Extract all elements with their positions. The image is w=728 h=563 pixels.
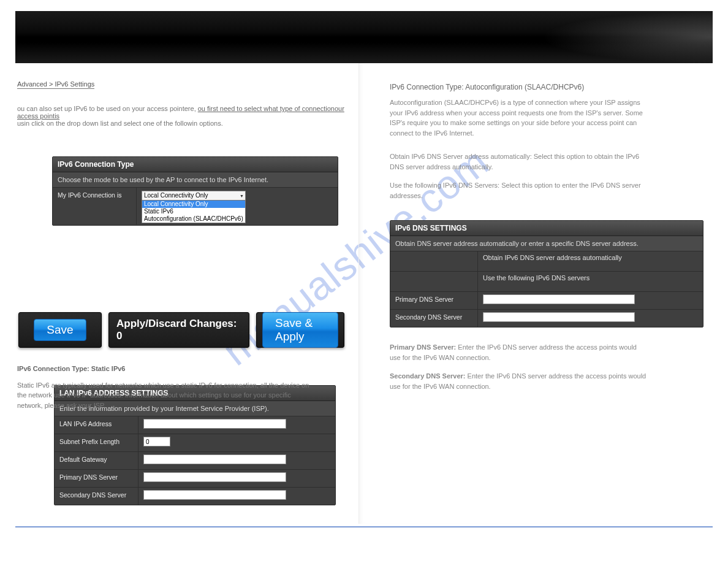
conn-type-dropdown[interactable]: Local Connectivity Only Static IPv6 Auto… (142, 200, 246, 223)
dns-radio-auto-cell[interactable] (390, 251, 478, 271)
default-gateway-label: Default Gateway (55, 452, 138, 469)
lan-ipv6-address-input[interactable] (143, 419, 286, 429)
subnet-prefix-input[interactable] (143, 437, 170, 446)
primary-dns-input[interactable] (143, 472, 286, 482)
use-following-desc: Use the following IPv6 DNS Servers: Sele… (390, 180, 647, 201)
primary-dns-desc: Primary DNS Server: Enter the IPv6 DNS s… (390, 342, 647, 362)
static-ipv6-description: IPv6 Connection Type: Static IPv6 Static… (17, 364, 311, 410)
autoconfig-desc: Autoconfiguration (SLAAC/DHCPv6) is a ty… (390, 98, 647, 138)
primary-dns-label: Primary DNS Server (55, 470, 138, 487)
panel-subtext: Obtain DNS server address automatically … (390, 236, 703, 251)
dns-secondary-label: Secondary DNS Server (390, 310, 478, 327)
conn-type-select[interactable]: Local Connectivity Only (142, 191, 246, 201)
subnet-prefix-label: Subnet Prefix Length (55, 434, 138, 451)
dns-secondary-input[interactable] (483, 312, 635, 322)
dropdown-option[interactable]: Local Connectivity Only (142, 201, 245, 208)
panel-header: IPv6 Connection Type (53, 157, 338, 172)
save-button-box: Save (18, 312, 102, 348)
apply-discard-counter[interactable]: Apply/Discard Changes: 0 (108, 312, 249, 348)
secondary-dns-desc: Secondary DNS Server: Enter the IPv6 DNS… (390, 371, 647, 391)
dropdown-option[interactable]: Autoconfiguration (SLAAC/DHCPv6) (142, 215, 245, 223)
ipv6-dns-panel: IPv6 DNS SETTINGS Obtain DNS server addr… (390, 220, 703, 327)
panel-subtext: Choose the mode to be used by the AP to … (53, 172, 338, 188)
breadcrumb: Advanced > IPv6 Settings (17, 80, 94, 89)
obtain-auto-desc: Obtain IPv6 DNS Server address automatic… (390, 151, 647, 172)
default-gateway-input[interactable] (143, 454, 286, 464)
autoconfig-heading: IPv6 Connection Type: Autoconfiguration … (390, 83, 713, 91)
panel-header: IPv6 DNS SETTINGS (390, 221, 703, 236)
save-button[interactable]: Save (34, 319, 86, 341)
dns-radio-auto-label: Obtain IPv6 DNS server address automatic… (478, 251, 703, 264)
ipv6-connection-type-panel: IPv6 Connection Type Choose the mode to … (52, 156, 338, 226)
dns-primary-input[interactable] (483, 294, 635, 304)
dns-radio-manual-cell[interactable] (390, 272, 478, 291)
intro-text: ou can also set up IPv6 to be used on yo… (17, 105, 358, 127)
conn-type-label: My IPv6 Connection is (53, 188, 137, 224)
button-row: Save Apply/Discard Changes: 0 Save & App… (18, 312, 344, 348)
top-banner (15, 11, 713, 63)
footer-rule (15, 526, 713, 527)
dns-radio-manual-label: Use the following IPv6 DNS servers (478, 272, 703, 284)
save-apply-button-box: Save & Apply (256, 312, 344, 348)
dropdown-option[interactable]: Static IPv6 (142, 208, 245, 215)
lan-ipv6-address-label: LAN IPv6 Address (55, 416, 138, 434)
secondary-dns-label: Secondary DNS Server (55, 488, 138, 505)
dns-primary-label: Primary DNS Server (390, 292, 478, 309)
save-apply-button[interactable]: Save & Apply (262, 312, 338, 348)
secondary-dns-input[interactable] (143, 490, 286, 500)
